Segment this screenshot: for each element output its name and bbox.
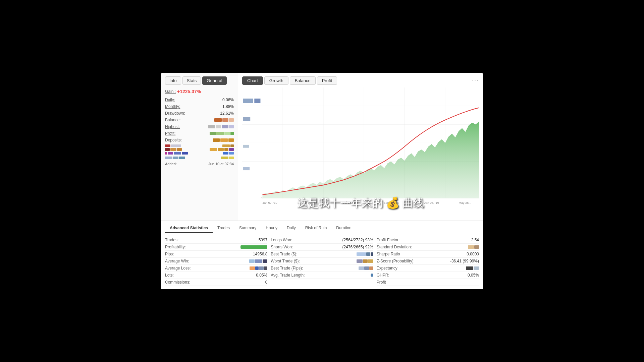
chart-tab-growth[interactable]: Growth — [264, 76, 288, 85]
expectancy-bars — [466, 266, 479, 270]
bar — [250, 266, 255, 270]
svg-text:Jan 07, '10: Jan 07, '10 — [263, 200, 277, 204]
profit-bar-label: Profit: — [165, 131, 175, 136]
profitability-label: Profitability: — [165, 245, 186, 249]
lots-row: Lots: 0.05% — [165, 272, 267, 279]
stats-tab-daily[interactable]: Daily — [282, 224, 301, 233]
bar — [255, 266, 259, 270]
stats-tab-advanced[interactable]: Advanced Statistics — [165, 224, 213, 233]
mini-block — [165, 148, 170, 151]
zscore-row: Z-Score (Probability): -36.41 (99.99%) — [377, 258, 479, 265]
pips-value: 14956.8 — [253, 252, 267, 256]
mini-block — [170, 148, 176, 151]
stats-tab-hourly[interactable]: Hourly — [261, 224, 282, 233]
best-trade-row: Best Trade ($): — [271, 251, 373, 258]
chart-tab-profit[interactable]: Profit — [317, 76, 337, 85]
bar — [263, 259, 267, 263]
shorts-won-label: Shorts Won: — [271, 245, 293, 249]
stats-tab-trades[interactable]: Trades — [213, 224, 234, 233]
chart-area: Jan 07, '10 Apr 05, '12 Jul 23, '14 Sep … — [242, 87, 479, 221]
mini-block — [165, 152, 167, 155]
avg-win-bars — [249, 259, 267, 263]
sharpe-row: Sharpe Ratio 0.0000 — [377, 251, 479, 258]
deposits-bar-row: Deposits: — [165, 138, 234, 142]
bar — [216, 125, 221, 128]
tab-stats[interactable]: Stats — [182, 76, 201, 85]
mini-block — [221, 157, 228, 159]
mini-block — [222, 144, 230, 147]
highest-bar-row: Highest: — [165, 124, 234, 129]
mini-block — [223, 152, 228, 155]
daily-row: Daily: 0.06% — [165, 98, 234, 102]
monthly-row: Monthly: 1.88% — [165, 104, 234, 109]
gain-value: +1225.37% — [177, 89, 201, 94]
gain-row: Gain : +1225.37% — [165, 89, 234, 94]
right-panel: Chart Growth Balance Profit ··· — [238, 73, 483, 221]
mini-block — [210, 148, 217, 151]
profit-factor-label: Profit Factor: — [377, 238, 400, 242]
bar — [366, 252, 370, 256]
bar — [216, 132, 224, 135]
profit-factor-row: Profit Factor: 2.54 — [377, 237, 479, 244]
more-button[interactable]: ··· — [472, 77, 479, 84]
monthly-label: Monthly: — [165, 104, 180, 109]
bar — [264, 266, 267, 270]
best-trade-label: Best Trade ($): — [271, 252, 297, 256]
best-trade-pips-label: Best Trade (Pips): — [271, 266, 303, 270]
bar — [474, 245, 479, 249]
profit-label-row: Profit — [377, 279, 479, 286]
bar — [249, 259, 255, 263]
avg-trade-length-label: Avg. Trade Length: — [271, 273, 305, 278]
drawdown-value: 12.61% — [220, 111, 234, 116]
bar — [214, 118, 222, 122]
bar — [468, 245, 474, 249]
added-value: Jun 10 at 07:34 — [208, 162, 234, 166]
mini-row-2 — [165, 148, 234, 151]
mini-block — [168, 152, 173, 155]
bar — [369, 266, 373, 270]
avg-win-row: Average Win: — [165, 258, 267, 265]
chart-tab-chart[interactable]: Chart — [242, 76, 263, 85]
mini-block — [218, 148, 224, 151]
balance-bar-row: Balance: — [165, 118, 234, 122]
tab-general[interactable]: General — [202, 76, 226, 85]
mini-block — [229, 152, 234, 155]
stats-tabs-row: Advanced Statistics Trades Summary Hourl… — [161, 221, 483, 233]
svg-rect-10 — [243, 99, 253, 103]
gain-label: Gain : — [165, 89, 176, 94]
bar — [364, 266, 369, 270]
bar — [230, 132, 234, 135]
stats-tab-risk[interactable]: Risk of Ruin — [301, 224, 332, 233]
commissions-value: 0 — [265, 280, 268, 285]
profit-bars — [210, 132, 234, 135]
mini-block — [177, 148, 182, 151]
stats-content: Trades: 5397 Profitability: Pips: 14956.… — [161, 233, 483, 289]
svg-text:0: 0 — [261, 196, 262, 199]
balance-bars — [214, 118, 234, 122]
svg-rect-14 — [243, 167, 250, 170]
svg-rect-13 — [243, 144, 249, 147]
stats-tab-summary[interactable]: Summary — [234, 224, 261, 233]
chart-tab-balance[interactable]: Balance — [290, 76, 316, 85]
avg-loss-bars — [250, 266, 267, 270]
highest-bars — [208, 125, 234, 128]
bar — [357, 252, 366, 256]
lots-label: Lots: — [165, 273, 174, 278]
col3: Profit Factor: 2.54 Standard Deviation: … — [377, 237, 479, 286]
tab-info[interactable]: Info — [165, 76, 181, 85]
highest-label: Highest: — [165, 124, 180, 129]
bar — [363, 259, 368, 263]
std-dev-label: Standard Deviation: — [377, 245, 412, 249]
longs-won-row: Longs Won: (2564/2732) 93% — [271, 237, 373, 244]
added-label: Added: — [165, 162, 177, 166]
commissions-label: Commissions: — [165, 280, 190, 285]
bar — [222, 118, 228, 122]
col2: Longs Won: (2564/2732) 93% Shorts Won: (… — [271, 237, 373, 286]
bar — [210, 132, 216, 135]
stats-tab-duration[interactable]: Duration — [331, 224, 356, 233]
bar — [222, 125, 228, 128]
drawdown-label: Drawdown: — [165, 111, 185, 116]
mini-block — [165, 157, 172, 159]
profit-bottom-label: Profit — [377, 280, 386, 285]
best-trade-pips-bars — [359, 266, 373, 270]
